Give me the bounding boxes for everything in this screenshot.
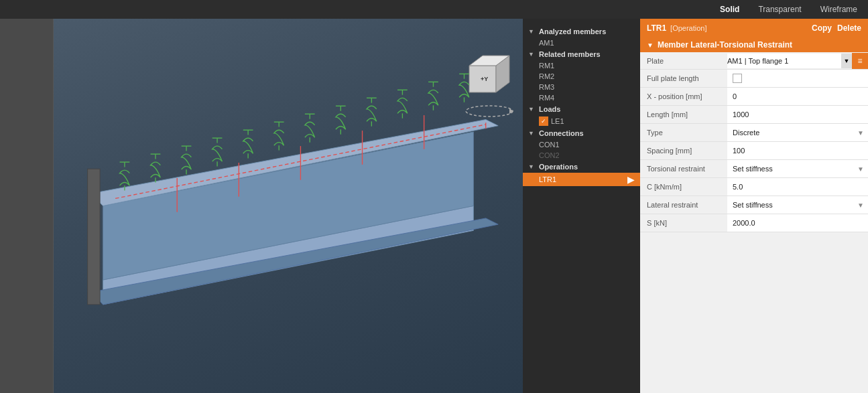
torsional-restraint-value[interactable]: Set stiffness ▼ (727, 160, 868, 177)
x-position-row: X - position [mm] 0 (640, 88, 868, 106)
full-plate-length-checkbox[interactable] (733, 74, 742, 83)
lateral-restraint-row: Lateral restraint Set stiffness ▼ (640, 196, 868, 214)
full-plate-length-row: Full plate length (640, 70, 868, 88)
torsional-restraint-row: Torsional restraint Set stiffness ▼ (640, 160, 868, 178)
c-value[interactable]: 5.0 (727, 178, 868, 195)
lateral-restraint-arrow: ▼ (856, 200, 865, 210)
loads-header[interactable]: ▼ Loads (523, 103, 640, 115)
torsional-restraint-arrow: ▼ (856, 164, 865, 173)
x-position-label: X - position [mm] (640, 90, 727, 103)
left-panel-strip (0, 19, 54, 393)
plate-value: AM1 | Top flange 1 (727, 57, 839, 65)
connections-label: Connections (539, 129, 584, 137)
properties-table: Plate AM1 | Top flange 1 ▼ ≡ Full plate … (640, 52, 868, 232)
tree-item-rm3[interactable]: RM3 (523, 82, 640, 92)
le1-label: LE1 (551, 117, 564, 125)
section-title-text: Member Lateral-Torsional Restraint (658, 40, 792, 50)
x-position-value[interactable]: 0 (727, 88, 868, 105)
lateral-restraint-value[interactable]: Set stiffness ▼ (727, 196, 868, 214)
svg-rect-10 (88, 169, 100, 305)
loads-label: Loads (539, 105, 560, 113)
full-plate-length-label: Full plate length (640, 72, 727, 85)
spacing-label: Spacing [mm] (640, 144, 727, 157)
full-plate-length-value (727, 70, 868, 87)
spacing-value[interactable]: 100 (727, 142, 868, 159)
tree-item-rm1[interactable]: RM1 (523, 60, 640, 71)
plate-row: Plate AM1 | Top flange 1 ▼ ≡ (640, 52, 868, 70)
wireframe-view-btn[interactable]: Wireframe (816, 3, 861, 15)
analyzed-members-header[interactable]: ▼ Analyzed members (523, 25, 640, 37)
length-label: Length [mm] (640, 108, 727, 121)
s-value-row: S [kN] 2000.0 (640, 214, 868, 232)
torsional-restraint-label: Torsional restraint (640, 162, 727, 175)
tree-item-con2[interactable]: CON2 (523, 150, 640, 161)
connections-header[interactable]: ▼ Connections (523, 127, 640, 139)
operations-header[interactable]: ▼ Operations (523, 161, 640, 173)
plate-edit-btn[interactable]: ≡ (852, 53, 868, 69)
le1-checkbox[interactable]: ✓ (539, 116, 548, 126)
related-members-header[interactable]: ▼ Related members (523, 48, 640, 60)
plate-dropdown-btn[interactable]: ▼ (841, 54, 852, 68)
operations-label: Operations (539, 163, 578, 171)
tree-item-ltr1[interactable]: LTR1 ▶ (523, 173, 640, 186)
type-label: Type (640, 126, 727, 139)
length-row: Length [mm] 1000 (640, 106, 868, 124)
tree-item-rm2[interactable]: RM2 (523, 71, 640, 82)
analyzed-members-arrow: ▼ (528, 27, 536, 35)
panel-header: LTR1 [Operation] Copy Delete (640, 19, 868, 37)
lateral-restraint-text: Set stiffness (733, 201, 773, 209)
panel-operation-tag: [Operation] (670, 24, 706, 32)
spacing-row: Spacing [mm] 100 (640, 142, 868, 160)
solid-view-btn[interactable]: Solid (716, 3, 743, 15)
panel-header-actions: Copy Delete (812, 23, 861, 33)
panel-ltr-id: LTR1 (647, 23, 666, 33)
length-value[interactable]: 1000 (727, 106, 868, 123)
viewport[interactable]: +Y (54, 19, 523, 393)
properties-panel: LTR1 [Operation] Copy Delete ▼ Member La… (640, 19, 868, 393)
c-value-label: C [kNm/m] (640, 180, 727, 193)
plate-edit-icon: ≡ (857, 56, 862, 66)
lateral-restraint-label: Lateral restraint (640, 198, 727, 212)
type-dropdown-arrow: ▼ (856, 128, 865, 137)
section-title: ▼ Member Lateral-Torsional Restraint (640, 37, 868, 52)
s-value-label: S [kN] (640, 216, 727, 230)
c-value-row: C [kNm/m] 5.0 (640, 178, 868, 196)
tree-item-rm4[interactable]: RM4 (523, 92, 640, 103)
transparent-view-btn[interactable]: Transparent (754, 3, 805, 15)
loads-arrow: ▼ (528, 105, 536, 113)
torsional-restraint-text: Set stiffness (733, 165, 773, 173)
main-content: +Y (0, 19, 868, 393)
type-value[interactable]: Discrete ▼ (727, 124, 868, 141)
tree-item-con1[interactable]: CON1 (523, 139, 640, 150)
plate-dropdown[interactable]: AM1 | Top flange 1 ▼ (727, 54, 852, 68)
operations-arrow: ▼ (528, 163, 536, 171)
tree-item-le1[interactable]: ✓ LE1 (523, 115, 640, 127)
section-triangle: ▼ (647, 42, 654, 49)
nav-tree: ▼ Analyzed members AM1 ▼ Related members… (523, 19, 640, 393)
3d-view: +Y (54, 19, 523, 393)
analyzed-members-label: Analyzed members (539, 27, 606, 35)
plate-label: Plate (640, 54, 727, 68)
copy-btn[interactable]: Copy (812, 23, 832, 33)
s-value[interactable]: 2000.0 (727, 214, 868, 232)
delete-btn[interactable]: Delete (837, 23, 861, 33)
ltr1-arrow: ▶ (627, 174, 635, 185)
type-text: Discrete (733, 129, 759, 137)
related-members-label: Related members (539, 50, 601, 58)
panel-header-title: LTR1 [Operation] (647, 23, 707, 33)
connections-arrow: ▼ (528, 129, 536, 137)
top-bar: Solid Transparent Wireframe (0, 0, 868, 19)
tree-item-am1[interactable]: AM1 (523, 37, 640, 48)
ltr1-label: LTR1 (539, 175, 556, 183)
type-row: Type Discrete ▼ (640, 124, 868, 142)
related-members-arrow: ▼ (528, 50, 536, 58)
